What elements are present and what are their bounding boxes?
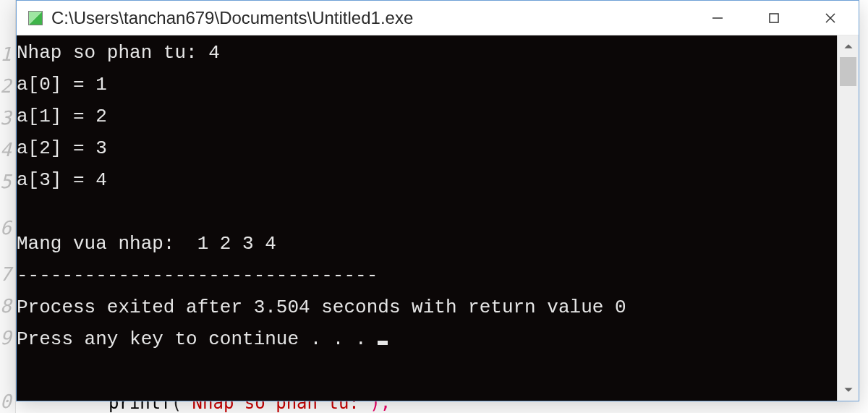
minimize-button[interactable] bbox=[689, 1, 746, 35]
console-line: Mang vua nhap: 1 2 3 4 bbox=[17, 233, 276, 255]
app-icon bbox=[28, 11, 43, 25]
scroll-down-button[interactable] bbox=[838, 379, 859, 401]
close-icon bbox=[823, 11, 838, 25]
console-line: Nhap so phan tu: 4 bbox=[17, 42, 220, 64]
svg-rect-1 bbox=[770, 14, 778, 22]
line-number: 2 bbox=[0, 75, 16, 97]
line-number: 9 bbox=[0, 327, 16, 349]
close-button[interactable] bbox=[802, 1, 859, 35]
minimize-icon bbox=[710, 11, 725, 25]
scrollbar-thumb[interactable] bbox=[840, 57, 856, 86]
window-title: C:\Users\tanchan679\Documents\Untitled1.… bbox=[51, 8, 689, 28]
line-number: 5 bbox=[0, 171, 16, 192]
line-number: 7 bbox=[0, 263, 16, 285]
vertical-scrollbar[interactable] bbox=[837, 35, 859, 401]
console-line: a[1] = 2 bbox=[17, 106, 107, 127]
text-cursor bbox=[378, 341, 388, 345]
console-line: -------------------------------- bbox=[17, 265, 378, 286]
line-number: 0 bbox=[0, 391, 16, 412]
maximize-button[interactable] bbox=[746, 1, 802, 35]
scroll-up-button[interactable] bbox=[838, 35, 859, 57]
console-line: Press any key to continue . . . bbox=[17, 328, 378, 350]
chevron-up-icon bbox=[843, 41, 854, 51]
console-line: a[0] = 1 bbox=[17, 74, 107, 95]
chevron-down-icon bbox=[843, 385, 854, 395]
line-number: 1 bbox=[0, 43, 16, 65]
scrollbar-track[interactable] bbox=[838, 57, 859, 379]
maximize-icon bbox=[767, 11, 781, 25]
console-line: Process exited after 3.504 seconds with … bbox=[17, 297, 626, 318]
line-number: 8 bbox=[0, 295, 16, 317]
editor-gutter: 1 2 3 4 5 6 7 8 9 0 bbox=[0, 0, 16, 413]
console-output[interactable]: Nhap so phan tu: 4 a[0] = 1 a[1] = 2 a[2… bbox=[17, 35, 837, 401]
console-window: C:\Users\tanchan679\Documents\Untitled1.… bbox=[16, 0, 859, 401]
titlebar[interactable]: C:\Users\tanchan679\Documents\Untitled1.… bbox=[17, 1, 859, 35]
line-number: 4 bbox=[0, 139, 16, 161]
console-line: a[3] = 4 bbox=[17, 169, 107, 191]
line-number: 3 bbox=[0, 107, 16, 129]
line-number: 6 bbox=[0, 217, 16, 239]
console-line: a[2] = 3 bbox=[17, 137, 107, 159]
